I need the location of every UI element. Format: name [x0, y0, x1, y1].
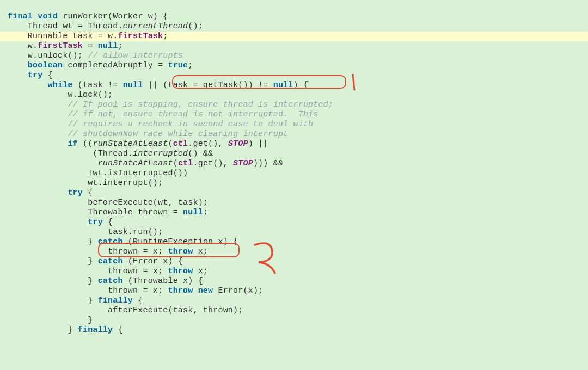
code-line: } catch (Throwable x) { [8, 276, 203, 286]
code-line: wt.interrupt(); [8, 178, 163, 188]
code-line: thrown = x; throw new Error(x); [8, 286, 263, 295]
code-line: try { [8, 218, 113, 227]
code-line: w.lock(); [8, 90, 113, 100]
code-line: Throwable thrown = null; [8, 208, 208, 217]
code-line: runStateAtLeast(ctl.get(), STOP))) && [8, 159, 283, 168]
code-line: try { [8, 71, 53, 80]
code-line-highlighted: Runnable task = w.firstTask; [0, 32, 588, 41]
code-line: } catch (RuntimeException x) { [8, 237, 238, 246]
code-line: final void runWorker(Worker w) { [8, 12, 168, 21]
code-line: } catch (Error x) { [8, 257, 183, 266]
code-line: // If pool is stopping, ensure thread is… [8, 100, 333, 109]
code-line: } finally { [8, 296, 143, 305]
code-line: try { [8, 188, 93, 198]
code-line: boolean completedAbruptly = true; [8, 61, 193, 70]
code-line: task.run(); [8, 227, 163, 237]
code-line: (Thread.interrupted() && [8, 149, 213, 158]
code-line: beforeExecute(wt, task); [8, 198, 208, 207]
code-line: Thread wt = Thread.currentThread(); [8, 22, 203, 31]
code-line: afterExecute(task, thrown); [8, 306, 243, 315]
code-line: // requires a recheck in second case to … [8, 120, 313, 129]
code-line: // if not, ensure thread is not interrup… [8, 110, 318, 119]
code-line: thrown = x; throw x; [8, 247, 208, 256]
code-line: w.firstTask = null; [8, 41, 123, 51]
code-line: // shutdownNow race while clearing inter… [8, 130, 288, 139]
code-line: } finally { [8, 325, 123, 335]
code-line: thrown = x; throw x; [8, 267, 208, 276]
code-line: } [8, 316, 93, 325]
code-block: final void runWorker(Worker w) { Thread … [0, 0, 588, 335]
code-line: !wt.isInterrupted()) [8, 169, 188, 178]
code-line: if ((runStateAtLeast(ctl.get(), STOP) || [8, 139, 268, 149]
code-line: while (task != null || (task = getTask()… [8, 81, 308, 90]
code-line: w.unlock(); // allow interrupts [8, 51, 183, 60]
